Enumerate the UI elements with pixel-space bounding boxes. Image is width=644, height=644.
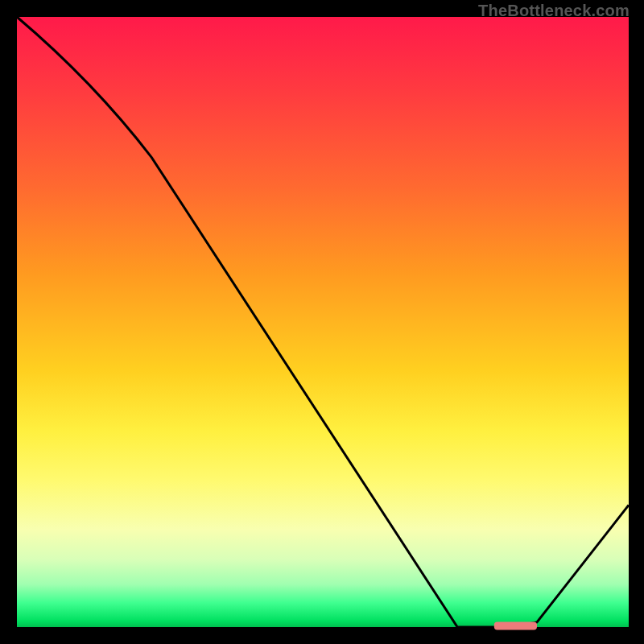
chart-frame: TheBottleneck.com xyxy=(0,0,644,644)
optimal-region-marker xyxy=(494,621,537,630)
bottleneck-curve xyxy=(17,17,629,627)
curve-layer xyxy=(17,17,629,627)
